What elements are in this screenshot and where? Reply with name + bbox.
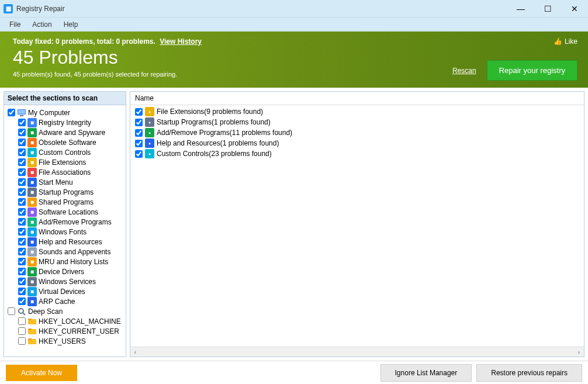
checkbox-section[interactable]: [18, 278, 26, 285]
result-label: File Extensions(9 problems found): [157, 108, 263, 116]
close-button[interactable]: ✕: [561, 0, 588, 18]
horizontal-scrollbar[interactable]: ‹ ›: [130, 347, 584, 357]
tree-label: Start Menu: [39, 178, 73, 186]
tree-item[interactable]: ■Add/Remove Programs: [5, 217, 124, 227]
result-row[interactable]: ▪Custom Controls(23 problems found): [133, 148, 582, 159]
svg-rect-2: [20, 115, 23, 116]
like-label: Like: [565, 37, 577, 46]
tree-label: Help and Resources: [39, 238, 102, 246]
tree-item-hkey[interactable]: HKEY_CURRENT_USER: [5, 326, 124, 336]
tree-item[interactable]: ■Windows Fonts: [5, 227, 124, 237]
checkbox-section[interactable]: [18, 218, 26, 226]
checkbox-my-computer[interactable]: [8, 109, 15, 116]
result-row[interactable]: ▪Help and Resources(1 problems found): [133, 138, 582, 148]
result-row[interactable]: ▪Startup Programs(1 problems found): [133, 117, 582, 127]
tree-item[interactable]: ■Sounds and Appevents: [5, 247, 124, 257]
checkbox-result[interactable]: [135, 150, 143, 158]
checkbox-section[interactable]: [18, 238, 26, 245]
tree-item-hkey[interactable]: HKEY_USERS: [5, 336, 124, 346]
window-title: Registry Repair: [16, 5, 65, 13]
checkbox-result[interactable]: [135, 140, 143, 147]
tree-item[interactable]: ■ARP Cache: [5, 296, 124, 306]
tree-item[interactable]: ■File Extensions: [5, 157, 124, 167]
checkbox-deep-scan[interactable]: [8, 307, 15, 315]
tree-item[interactable]: ■File Associations: [5, 167, 124, 177]
rescan-link[interactable]: Rescan: [452, 67, 476, 75]
magnifier-icon: [17, 307, 26, 316]
tree-item[interactable]: ■Device Drivers: [5, 267, 124, 276]
minimize-button[interactable]: —: [507, 0, 534, 18]
result-label: Startup Programs(1 problems found): [157, 118, 271, 126]
registry-key-icon: [27, 317, 37, 326]
scroll-right-arrow[interactable]: ›: [574, 347, 584, 357]
tree-item[interactable]: ■Adware and Spyware: [5, 127, 124, 137]
activate-now-button[interactable]: Activate Now: [6, 365, 77, 381]
registry-key-icon: [27, 337, 37, 346]
checkbox-section[interactable]: [18, 168, 26, 176]
header-stats: Today fixed: 0 problems, total: 0 proble…: [13, 37, 452, 46]
results-list[interactable]: ▪File Extensions(9 problems found)▪Start…: [130, 105, 584, 347]
tree-item[interactable]: ■Start Menu: [5, 177, 124, 187]
menubar: File Action Help: [0, 18, 588, 32]
tree-item[interactable]: ■Registry Integrity: [5, 117, 124, 127]
menu-help[interactable]: Help: [58, 19, 84, 30]
checkbox-hkey[interactable]: [18, 327, 26, 335]
tree-item[interactable]: ■Obsolete Software: [5, 137, 124, 147]
checkbox-section[interactable]: [18, 208, 26, 216]
menu-file[interactable]: File: [4, 19, 26, 30]
tree-root-deep-scan[interactable]: Deep Scan: [5, 306, 124, 316]
sections-tree[interactable]: My Computer■Registry Integrity■Adware an…: [4, 105, 126, 357]
tree-label: Add/Remove Programs: [39, 218, 112, 226]
checkbox-section[interactable]: [18, 297, 26, 305]
tree-label: Shared Programs: [39, 198, 94, 206]
menu-action[interactable]: Action: [26, 19, 57, 30]
tree-item[interactable]: ■Windows Services: [5, 276, 124, 286]
checkbox-section[interactable]: [18, 268, 26, 275]
tree-item[interactable]: ■MRU and History Lists: [5, 257, 124, 267]
like-button[interactable]: 👍 Like: [554, 37, 577, 46]
tree-item[interactable]: ■Virtual Devices: [5, 286, 124, 296]
tree-label: Virtual Devices: [39, 288, 85, 296]
result-row[interactable]: ▪File Extensions(9 problems found): [133, 106, 582, 117]
checkbox-section[interactable]: [18, 148, 26, 156]
checkbox-section[interactable]: [18, 258, 26, 265]
scroll-left-arrow[interactable]: ‹: [130, 347, 140, 357]
checkbox-section[interactable]: [18, 119, 26, 126]
tree-label: Windows Fonts: [39, 228, 87, 236]
repair-registry-button[interactable]: Repair your registry: [487, 60, 577, 81]
tree-root-my-computer[interactable]: My Computer: [5, 108, 124, 117]
tree-label: Sounds and Appevents: [39, 248, 110, 256]
checkbox-section[interactable]: [18, 198, 26, 206]
footer: Activate Now Ignore List Manager Restore…: [0, 361, 588, 384]
checkbox-section[interactable]: [18, 248, 26, 255]
app-icon: ▦: [4, 4, 13, 13]
view-history-link[interactable]: View History: [160, 37, 202, 46]
checkbox-result[interactable]: [135, 119, 143, 126]
checkbox-result[interactable]: [135, 129, 143, 137]
tree-item-hkey[interactable]: HKEY_LOCAL_MACHINE: [5, 316, 124, 326]
checkbox-section[interactable]: [18, 139, 26, 146]
tree-label: Custom Controls: [39, 148, 91, 157]
checkbox-section[interactable]: [18, 288, 26, 295]
checkbox-section[interactable]: [18, 228, 26, 236]
checkbox-section[interactable]: [18, 188, 26, 196]
header-banner: Today fixed: 0 problems, total: 0 proble…: [0, 32, 588, 88]
checkbox-section[interactable]: [18, 178, 26, 186]
result-row[interactable]: ▪Add/Remove Programs(11 problems found): [133, 127, 582, 138]
tree-item[interactable]: ■Software Locations: [5, 207, 124, 217]
restore-repairs-button[interactable]: Restore previous repairs: [476, 364, 582, 382]
ignore-list-button[interactable]: Ignore List Manager: [381, 364, 472, 382]
checkbox-section[interactable]: [18, 158, 26, 166]
maximize-button[interactable]: ☐: [534, 0, 561, 18]
tree-label: Windows Services: [39, 278, 96, 286]
tree-item[interactable]: ■Help and Resources: [5, 237, 124, 247]
checkbox-result[interactable]: [135, 108, 143, 116]
tree-label: MRU and History Lists: [39, 258, 108, 266]
checkbox-section[interactable]: [18, 129, 26, 136]
tree-label: Registry Integrity: [39, 119, 91, 127]
tree-item[interactable]: ■Custom Controls: [5, 147, 124, 157]
checkbox-hkey[interactable]: [18, 337, 26, 345]
tree-item[interactable]: ■Shared Programs: [5, 197, 124, 207]
checkbox-hkey[interactable]: [18, 317, 26, 325]
tree-item[interactable]: ■Startup Programs: [5, 187, 124, 197]
